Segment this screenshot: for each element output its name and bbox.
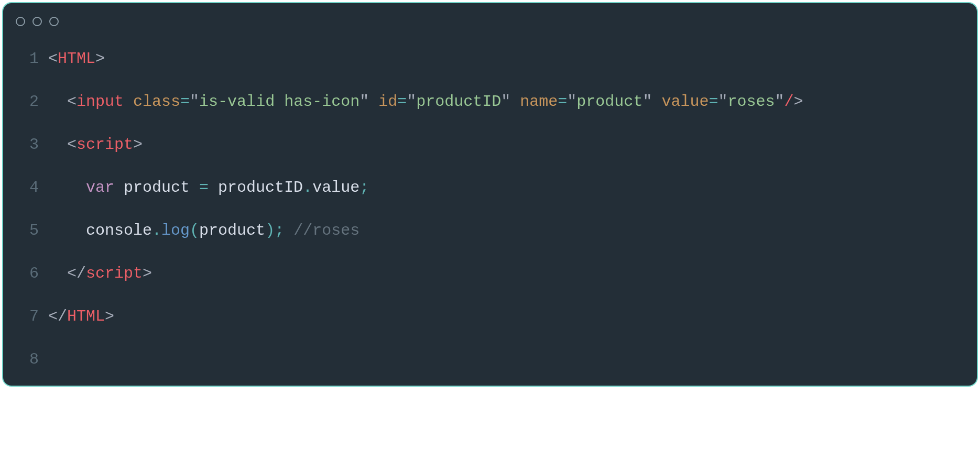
code-area[interactable]: 1<HTML>2 <input class="is-valid has-icon…	[3, 30, 977, 386]
code-token: >	[794, 93, 803, 111]
code-line[interactable]: 6 </script>	[18, 264, 962, 283]
code-token: is-valid has-icon	[199, 93, 360, 111]
line-number: 7	[18, 307, 39, 326]
code-token: /	[785, 93, 794, 111]
code-token: =	[199, 179, 209, 196]
code-token: product	[199, 222, 265, 239]
line-number: 3	[18, 135, 39, 154]
code-token: =	[709, 93, 718, 111]
code-token: //roses	[293, 222, 360, 239]
code-token: log	[161, 222, 190, 239]
code-token: "	[643, 93, 652, 111]
code-token: console	[86, 222, 152, 239]
code-token: productID	[209, 179, 303, 196]
code-line[interactable]: 5 console.log(product); //roses	[18, 221, 962, 240]
line-content[interactable]: <input class="is-valid has-icon" id="pro…	[48, 92, 803, 111]
close-icon[interactable]	[16, 17, 25, 26]
indent	[48, 136, 67, 154]
code-line[interactable]: 4 var product = productID.value;	[18, 178, 962, 197]
indent	[48, 222, 86, 239]
line-content[interactable]: var product = productID.value;	[48, 178, 369, 197]
code-line[interactable]: 7</HTML>	[18, 307, 962, 326]
code-line[interactable]: 1<HTML>	[18, 49, 962, 68]
code-token: =	[180, 93, 190, 111]
line-number: 4	[18, 178, 39, 197]
code-token: value	[661, 93, 709, 111]
code-token	[652, 93, 661, 111]
code-token: <	[48, 50, 58, 68]
line-content[interactable]: </script>	[48, 264, 152, 283]
code-token: script	[86, 265, 143, 282]
code-line[interactable]: 3 <script>	[18, 135, 962, 154]
code-token: "	[775, 93, 784, 111]
code-token: "	[407, 93, 416, 111]
line-number: 8	[18, 350, 39, 369]
code-token: =	[397, 93, 407, 111]
code-token: >	[143, 265, 152, 282]
code-line[interactable]: 2 <input class="is-valid has-icon" id="p…	[18, 92, 962, 111]
code-token: "	[190, 93, 199, 111]
code-token: productID	[416, 93, 501, 111]
code-token: =	[558, 93, 567, 111]
code-token: ;	[360, 179, 369, 196]
editor-window: 1<HTML>2 <input class="is-valid has-icon…	[2, 2, 978, 387]
code-token: <	[67, 93, 77, 111]
code-token: .	[152, 222, 161, 239]
line-number: 1	[18, 49, 39, 68]
code-token: "	[718, 93, 727, 111]
code-token	[369, 93, 378, 111]
code-token: var	[86, 179, 114, 196]
code-token: script	[77, 136, 133, 154]
code-token: id	[378, 93, 397, 111]
code-token	[510, 93, 520, 111]
code-token: input	[77, 93, 124, 111]
code-token: >	[105, 308, 114, 325]
line-number: 2	[18, 92, 39, 111]
code-token	[124, 93, 133, 111]
code-token: product	[576, 93, 643, 111]
window-titlebar	[3, 3, 977, 30]
line-number: 6	[18, 264, 39, 283]
code-token: roses	[727, 93, 775, 111]
maximize-icon[interactable]	[49, 17, 59, 26]
line-content[interactable]: console.log(product); //roses	[48, 221, 360, 240]
code-token: </	[48, 308, 67, 325]
minimize-icon[interactable]	[32, 17, 42, 26]
indent	[48, 179, 86, 196]
code-token: product	[114, 179, 199, 196]
code-line[interactable]: 8	[18, 350, 962, 369]
indent	[48, 93, 67, 111]
line-content[interactable]	[48, 350, 58, 369]
line-content[interactable]: </HTML>	[48, 307, 114, 326]
line-content[interactable]: <HTML>	[48, 49, 105, 68]
code-token: <	[67, 136, 77, 154]
code-token: "	[360, 93, 369, 111]
code-token: </	[67, 265, 86, 282]
code-token: >	[95, 50, 105, 68]
line-content[interactable]: <script>	[48, 135, 143, 154]
code-token: "	[501, 93, 510, 111]
code-token: )	[265, 222, 275, 239]
code-token: ;	[275, 222, 284, 239]
code-token: "	[567, 93, 576, 111]
code-token: value	[312, 179, 360, 196]
indent	[48, 265, 67, 282]
code-token: .	[303, 179, 312, 196]
code-token: HTML	[67, 308, 105, 325]
code-token: HTML	[58, 50, 95, 68]
line-number: 5	[18, 221, 39, 240]
code-token: (	[190, 222, 199, 239]
code-token: >	[133, 136, 143, 154]
code-token: name	[520, 93, 558, 111]
code-token: class	[133, 93, 180, 111]
code-token	[284, 222, 293, 239]
